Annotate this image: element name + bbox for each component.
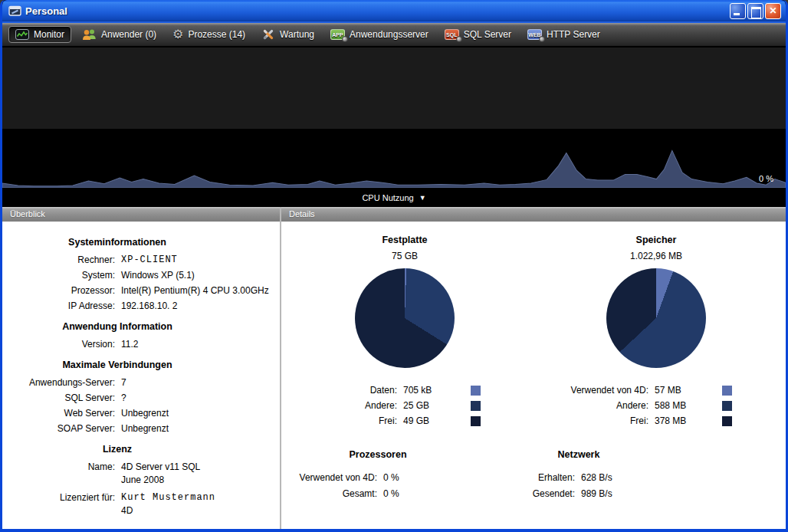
app-icon [8,5,21,17]
toolbar: Monitor Anwender (0) ⚙ Prozesse (14) [2,23,786,46]
info-row: Rechner:XP-CLIENT [2,252,280,268]
disk-legend: Daten:705 kB Andere:25 GB Frei:49 GB [287,383,522,429]
info-row: Name: 4D Server v11 SQLJune 2008 [2,459,280,490]
titlebar[interactable]: Personal [2,0,786,21]
stat-row: Erhalten:628 B/s [479,470,678,486]
toolbar-item-label: Monitor [34,29,64,40]
network-stats-block: Netzwerk Erhalten:628 B/s Gesendet:989 B… [479,448,678,502]
info-row: IP Adresse:192.168.10. 2 [2,298,280,314]
toolbar-item-label: HTTP Server [547,29,600,40]
toolbar-item-anwendungsserver[interactable]: APP Anwendungsserver [330,29,428,40]
info-row: Anwendungs-Server:7 [2,375,280,390]
minimize-button[interactable] [730,3,746,19]
details-header: Details [281,207,786,222]
app-server-icon: APP [330,29,345,40]
legend-row: Daten:705 kB [287,383,522,398]
info-row: SOAP Server:Unbegrenzt [2,421,280,436]
sql-server-icon: SQL [445,29,459,40]
toolbar-item-monitor[interactable]: Monitor [8,26,71,43]
toolbar-item-sql-server[interactable]: SQL SQL Server [445,29,511,40]
legend-color-swatch [722,386,732,396]
dropdown-arrow-icon: ▼ [419,194,426,202]
section-heading: Anwendung Information [2,321,232,332]
app-window: Personal Monitor [0,0,788,532]
legend-color-swatch [471,386,481,396]
stat-row: Gesendet:989 B/s [479,486,678,502]
toolbar-item-label: Anwender (0) [101,29,156,40]
gear-dot-icon [539,36,545,42]
legend-color-swatch [722,416,732,426]
legend-color-swatch [471,416,481,426]
legend-color-swatch [722,401,732,411]
memory-legend: Verwendet von 4D:57 MB Andere:588 MB Fre… [539,383,773,429]
toolbar-item-label: Wartung [280,29,314,40]
close-button[interactable] [765,3,781,19]
overview-panel: Überblick Systeminformationen Rechner:XP… [2,207,281,529]
legend-color-swatch [471,401,481,411]
section-heading: Lizenz [2,444,232,455]
details-panel: Details Festplatte 75 GB Daten:705 kB An… [281,207,786,529]
info-row: Lizenziert für: Kurt Mustermann4D [2,490,280,521]
toolbar-item-label: Prozesse (14) [188,29,245,40]
section-heading: Systeminformationen [2,237,232,248]
section-heading: Maximale Verbindungen [2,360,232,370]
maximize-button[interactable] [747,3,763,19]
info-row: Prozessor:Intel(R) Pentium(R) 4 CPU 3.00… [2,283,280,298]
info-row: Web Server:Unbegrenzt [2,406,280,421]
legend-row: Frei:49 GB [287,413,522,429]
toolbar-item-wartung[interactable]: Wartung [261,28,314,41]
toolbar-item-prozesse[interactable]: ⚙ Prozesse (14) [172,28,245,41]
toolbar-item-label: Anwendungsserver [350,29,428,40]
graph-selector-label: CPU Nutzung [362,193,413,202]
legend-row: Frei:378 MB [539,413,773,429]
gear-dot-icon [342,36,348,42]
monitor-chart-icon [15,29,29,40]
users-icon [82,28,97,41]
legend-row: Andere:588 MB [539,398,773,413]
info-row: SQL Server:? [2,390,280,406]
graph-type-selector[interactable]: CPU Nutzung ▼ [2,188,786,207]
info-row: Version:11.2 [2,337,280,352]
window-title: Personal [25,5,67,17]
memory-stats-block: Speicher 1.022,96 MB Verwendet von 4D:57… [539,234,773,429]
gear-icon: ⚙ [172,28,183,41]
memory-total: 1.022,96 MB [539,251,773,262]
legend-row: Andere:25 GB [287,398,522,413]
overview-header: Überblick [2,207,280,222]
disk-pie-chart [355,268,455,368]
disk-stats-block: Festplatte 75 GB Daten:705 kB Andere:25 … [287,234,522,429]
legend-row: Verwendet von 4D:57 MB [539,383,773,398]
network-title: Netzwerk [479,448,678,461]
info-row: System:Windows XP (5.1) [2,268,280,283]
cpu-current-value: 0 % [759,174,773,183]
disk-total: 75 GB [287,251,522,262]
stat-row: Verwendet von 4D:0 % [281,470,474,486]
cpu-graph-background [2,46,786,129]
cpu-usage-chart: 0 % [2,129,786,188]
toolbar-item-http-server[interactable]: WEB HTTP Server [527,29,600,40]
http-server-icon: WEB [527,29,542,40]
memory-pie-chart [606,268,706,368]
processors-stats-block: Prozessoren Verwendet von 4D:0 % Gesamt:… [281,448,474,502]
processors-title: Prozessoren [281,448,474,461]
stat-row: Gesamt:0 % [281,486,474,502]
gear-dot-icon [456,36,462,42]
toolbar-item-anwender[interactable]: Anwender (0) [82,28,156,41]
memory-chart-title: Speicher [539,234,773,246]
tools-icon [261,28,275,41]
disk-chart-title: Festplatte [287,234,522,246]
toolbar-item-label: SQL Server [464,29,511,40]
